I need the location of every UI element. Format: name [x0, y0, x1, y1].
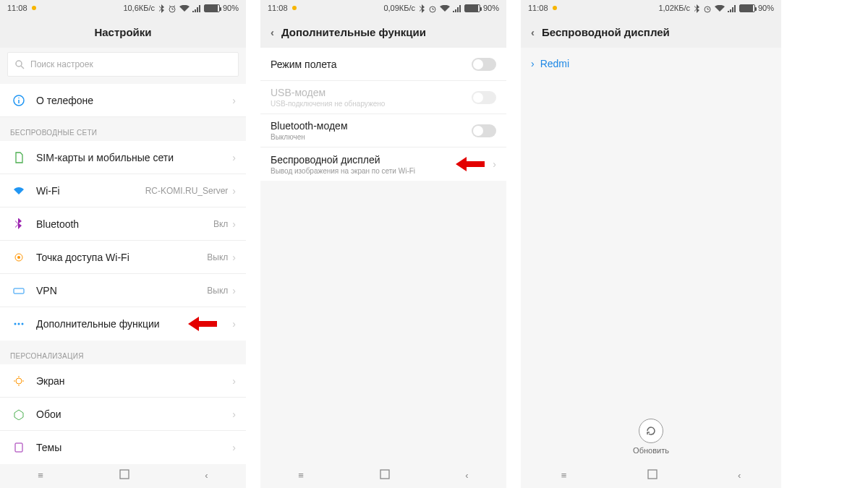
alarm-icon	[168, 0, 176, 16]
svg-rect-10	[15, 443, 22, 452]
nav-recent-icon[interactable]: ≡	[298, 470, 304, 481]
chevron-right-icon: ›	[232, 185, 236, 197]
row-value: Вкл	[213, 219, 228, 229]
bluetooth-icon	[420, 0, 425, 16]
header-title: Беспроводной дисплей	[542, 26, 670, 38]
status-icons: 90%	[694, 0, 774, 16]
row-label: Wi-Fi	[36, 185, 145, 197]
svg-rect-11	[120, 470, 129, 479]
row-usb-tether: USB-модем USB-подключения не обнаружено	[260, 81, 506, 114]
toggle-airplane[interactable]	[472, 58, 496, 71]
info-icon	[13, 95, 25, 106]
back-icon[interactable]: ‹	[271, 26, 274, 38]
row-about-phone[interactable]: О телефоне ›	[0, 84, 246, 117]
nav-home-icon[interactable]	[380, 469, 390, 481]
vpn-icon	[13, 285, 25, 296]
toggle-usb	[472, 91, 496, 104]
nav-back-icon[interactable]: ‹	[465, 470, 468, 481]
screen-wireless-display: 11:08 1,02КБ/с 90% ‹ Беспроводной диспле…	[521, 0, 781, 488]
search-icon	[15, 60, 25, 69]
nav-back-icon[interactable]: ‹	[738, 470, 741, 481]
chevron-right-icon: ›	[232, 285, 236, 296]
chevron-right-icon: ›	[232, 152, 236, 163]
row-more-settings[interactable]: Дополнительные функции ›	[0, 307, 246, 341]
toggle-bt[interactable]	[472, 124, 496, 137]
chevron-right-icon: ›	[232, 408, 236, 420]
header-title: Дополнительные функции	[281, 26, 426, 38]
nav-back-icon[interactable]: ‹	[205, 470, 208, 481]
back-icon[interactable]: ‹	[531, 26, 535, 38]
row-label: USB-модем USB-подключения не обнаружено	[271, 87, 472, 108]
device-item[interactable]: › Redmi	[521, 48, 781, 80]
row-wallpaper[interactable]: Обои ›	[0, 398, 246, 431]
device-name: Redmi	[540, 58, 569, 69]
chevron-right-icon: ›	[531, 58, 535, 69]
svg-rect-5	[14, 288, 24, 294]
chevron-right-icon: ›	[232, 95, 236, 106]
svg-point-6	[14, 323, 17, 325]
refresh-label: Обновить	[633, 446, 669, 455]
wifi-icon	[440, 0, 450, 16]
nav-home-icon[interactable]	[647, 469, 658, 481]
battery-icon	[204, 4, 220, 12]
row-value: Выкл	[207, 252, 228, 262]
section-personalization: ПЕРСОНАЛИЗАЦИЯ	[0, 341, 246, 364]
header-title: Настройки	[0, 16, 246, 48]
wifi-icon	[13, 185, 25, 197]
battery-pct: 90%	[758, 0, 774, 16]
annotation-arrow-icon	[456, 157, 485, 171]
sim-icon	[13, 152, 25, 163]
row-label: SIM-карты и мобильные сети	[36, 152, 232, 163]
signal-icon	[192, 0, 201, 16]
chevron-right-icon: ›	[232, 375, 236, 387]
row-sim[interactable]: SIM-карты и мобильные сети ›	[0, 141, 246, 174]
status-time: 11:08	[268, 0, 288, 16]
svg-rect-15	[648, 470, 657, 479]
hotspot-icon	[13, 252, 25, 263]
row-bluetooth[interactable]: Bluetooth Вкл ›	[0, 207, 246, 241]
row-label: О телефоне	[36, 95, 232, 106]
row-label: Режим полета	[271, 59, 472, 70]
chevron-right-icon: ›	[493, 158, 496, 170]
header: ‹ Беспроводной дисплей	[521, 16, 781, 48]
nav-home-icon[interactable]	[119, 469, 129, 481]
nav-bar: ≡ ‹	[0, 462, 246, 488]
nav-recent-icon[interactable]: ≡	[561, 470, 567, 481]
row-vpn[interactable]: VPN Выкл ›	[0, 274, 246, 307]
nav-bar: ≡ ‹	[521, 462, 781, 488]
header: ‹ Дополнительные функции	[260, 16, 506, 48]
row-label: Обои	[36, 408, 232, 420]
row-subtitle: Выключен	[271, 133, 472, 141]
svg-point-9	[16, 378, 22, 384]
refresh-button[interactable]: Обновить	[521, 419, 781, 455]
row-airplane[interactable]: Режим полета	[260, 48, 506, 81]
themes-icon	[13, 442, 25, 453]
row-hotspot[interactable]: Точка доступа Wi-Fi Выкл ›	[0, 241, 246, 274]
nav-recent-icon[interactable]: ≡	[38, 470, 43, 481]
section-wireless: БЕСПРОВОДНЫЕ СЕТИ	[0, 117, 246, 141]
display-icon	[13, 375, 25, 387]
row-display[interactable]: Экран ›	[0, 364, 246, 398]
row-label: Экран	[36, 375, 232, 387]
search-input[interactable]: Поиск настроек	[7, 52, 239, 77]
alarm-icon	[703, 0, 712, 16]
notification-dot-icon	[32, 6, 36, 10]
chevron-right-icon: ›	[232, 318, 236, 330]
signal-icon	[453, 0, 461, 16]
notification-dot-icon	[292, 6, 297, 10]
battery-pct: 90%	[483, 0, 499, 16]
row-wireless-display[interactable]: Беспроводной дисплей Вывод изображения н…	[260, 147, 506, 181]
more-icon	[13, 318, 25, 330]
row-wifi[interactable]: Wi-Fi RC-KOMI.RU_Server ›	[0, 174, 246, 207]
chevron-right-icon: ›	[232, 252, 236, 263]
row-value: RC-KOMI.RU_Server	[145, 186, 229, 196]
row-bt-tether[interactable]: Bluetooth-модем Выключен	[260, 114, 506, 147]
row-themes[interactable]: Темы ›	[0, 431, 246, 464]
battery-icon	[739, 4, 755, 12]
bluetooth-icon	[159, 0, 165, 16]
screen-settings: 11:08 10,6КБ/с 90% Настройки Поиск настр…	[0, 0, 260, 488]
row-label: VPN	[36, 285, 207, 296]
svg-point-8	[22, 323, 24, 325]
status-time: 11:08	[528, 0, 548, 16]
svg-rect-13	[380, 470, 389, 479]
